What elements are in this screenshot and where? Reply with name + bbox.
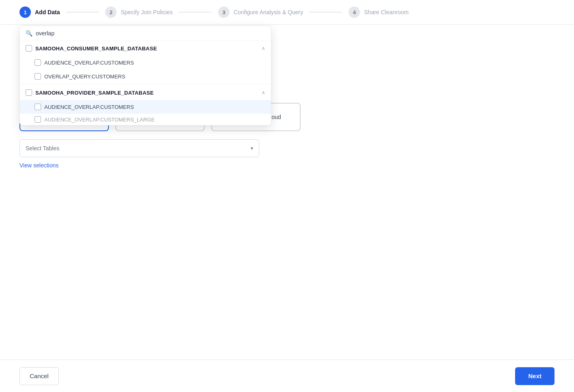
group-divider xyxy=(20,84,271,84)
db-consumer-header[interactable]: SAMOOHA_CONSUMER_SAMPLE_DATABASE ∧ xyxy=(20,41,271,56)
dropdown-search-input[interactable] xyxy=(36,30,265,37)
step-1-label: Add Data xyxy=(35,9,60,15)
step-4-label: Share Cleanroom xyxy=(364,9,409,15)
table-consumer-2-name: OVERLAP_QUERY.CUSTOMERS xyxy=(44,74,125,80)
step-connector-2 xyxy=(179,12,212,13)
db-provider-checkbox[interactable] xyxy=(26,89,32,96)
db-provider-chevron: ∧ xyxy=(262,90,265,95)
step-1: 1 Add Data xyxy=(19,6,60,18)
table-item-provider-1[interactable]: AUDIENCE_OVERLAP.CUSTOMERS xyxy=(20,100,271,114)
step-2-circle: 2 xyxy=(105,6,117,18)
step-3-label: Configure Analysis & Query xyxy=(234,9,303,15)
table-consumer-1-name: AUDIENCE_OVERLAP.CUSTOMERS xyxy=(44,60,134,66)
step-3-circle: 3 xyxy=(218,6,230,18)
table-provider-2-name: AUDIENCE_OVERLAP.CUSTOMERS_LARGE xyxy=(44,117,155,123)
view-selections-link[interactable]: View selections xyxy=(19,162,58,169)
step-1-circle: 1 xyxy=(19,6,31,18)
table-item-consumer-1[interactable]: AUDIENCE_OVERLAP.CUSTOMERS xyxy=(20,56,271,69)
table-item-provider-2-partial[interactable]: AUDIENCE_OVERLAP.CUSTOMERS_LARGE xyxy=(20,114,271,125)
db-consumer-checkbox[interactable] xyxy=(26,45,32,52)
step-2-label: Specify Join Policies xyxy=(121,9,173,15)
step-connector-1 xyxy=(66,12,99,13)
step-3: 3 Configure Analysis & Query xyxy=(218,6,303,18)
select-tables-trigger[interactable]: Select Tables ▾ xyxy=(19,139,259,157)
datasource-section: Datasource i ❄ Snowflake aws Web Service… xyxy=(19,89,346,169)
db-consumer-name: SAMOOHA_CONSUMER_SAMPLE_DATABASE xyxy=(35,45,157,52)
db-group-consumer: SAMOOHA_CONSUMER_SAMPLE_DATABASE ∧ AUDIE… xyxy=(20,41,271,83)
table-provider-1-checkbox[interactable] xyxy=(35,104,41,110)
db-provider-header[interactable]: SAMOOHA_PROVIDER_SAMPLE_DATABASE ∧ xyxy=(20,85,271,100)
db-consumer-chevron: ∧ xyxy=(262,45,265,51)
stepper: 1 Add Data 2 Specify Join Policies 3 Con… xyxy=(0,0,574,25)
table-consumer-2-checkbox[interactable] xyxy=(35,73,41,80)
search-icon: 🔍 xyxy=(26,30,32,37)
table-provider-2-checkbox[interactable] xyxy=(35,116,41,123)
table-item-consumer-2[interactable]: OVERLAP_QUERY.CUSTOMERS xyxy=(20,69,271,83)
db-group-provider: SAMOOHA_PROVIDER_SAMPLE_DATABASE ∧ AUDIE… xyxy=(20,85,271,125)
step-2: 2 Specify Join Policies xyxy=(105,6,173,18)
step-4-circle: 4 xyxy=(349,6,360,18)
table-consumer-1-checkbox[interactable] xyxy=(35,59,41,66)
chevron-down-icon: ▾ xyxy=(251,145,253,151)
step-connector-3 xyxy=(310,12,342,13)
select-tables-label: Select Tables xyxy=(26,145,59,152)
search-row: 🔍 xyxy=(20,26,271,41)
main-content: Name * Datasource i ❄ Snowflake aws Web … xyxy=(0,25,366,218)
footer: Cancel Next xyxy=(0,360,574,392)
db-provider-name: SAMOOHA_PROVIDER_SAMPLE_DATABASE xyxy=(35,90,154,96)
dropdown-popup: 🔍 SAMOOHA_CONSUMER_SAMPLE_DATABASE ∧ xyxy=(19,26,271,126)
table-provider-1-name: AUDIENCE_OVERLAP.CUSTOMERS xyxy=(44,104,134,110)
dropdown-wrapper: 🔍 SAMOOHA_CONSUMER_SAMPLE_DATABASE ∧ xyxy=(19,139,259,157)
step-4: 4 Share Cleanroom xyxy=(349,6,409,18)
cancel-button[interactable]: Cancel xyxy=(19,367,59,385)
next-button[interactable]: Next xyxy=(515,367,555,385)
